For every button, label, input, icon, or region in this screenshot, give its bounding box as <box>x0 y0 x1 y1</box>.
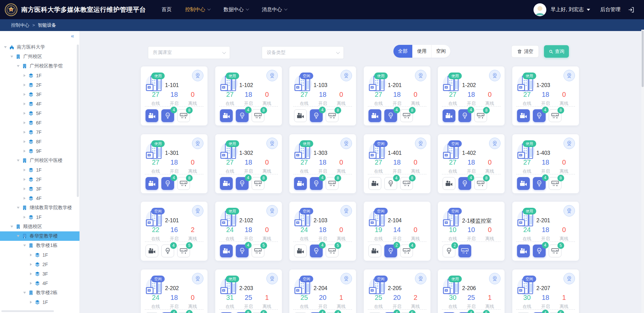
tree-item-21[interactable]: 教学楼1栋 <box>0 241 79 250</box>
webcam-indicator-icon[interactable] <box>266 138 278 149</box>
tree-caret-right-icon[interactable] <box>24 121 26 124</box>
tree-caret-right-icon[interactable] <box>24 103 26 105</box>
room-card-2-103[interactable]: 空闲2-10324在线18开启0离线45 <box>289 202 356 261</box>
bulb-device-button[interactable]: 4 <box>236 109 249 122</box>
tree-item-9[interactable]: 7F <box>0 127 79 137</box>
room-card-2-207[interactable]: 空闲2-20730在线18开启1离线45 <box>512 269 579 313</box>
tree-caret-right-icon[interactable] <box>30 273 32 275</box>
room-card-1-302[interactable]: 使用1-30227在线18开启0离线48 <box>215 134 282 193</box>
ac-device-button[interactable]: 8 <box>177 177 190 190</box>
nav-item-3[interactable]: 消息中心 <box>255 0 294 19</box>
room-card-2-204[interactable]: 空闲2-20425在线20开启1离线44 <box>289 269 356 313</box>
camera-device-button[interactable] <box>517 245 530 257</box>
bulb-device-button[interactable]: 4 <box>310 177 323 190</box>
camera-device-button[interactable] <box>443 109 455 122</box>
webcam-indicator-icon[interactable] <box>341 138 352 149</box>
room-card-1-402[interactable]: 空闲1-40227在线18开启0离线48 <box>438 134 505 193</box>
breadcrumb-item-control-center[interactable]: 控制中心 <box>11 22 29 28</box>
webcam-indicator-icon[interactable] <box>564 70 575 81</box>
tree-item-20[interactable]: 春华堂教学楼 <box>0 231 79 241</box>
camera-device-button[interactable] <box>220 177 233 190</box>
ac-device-button[interactable]: 8 <box>252 177 264 190</box>
tree-caret-right-icon[interactable] <box>24 131 26 134</box>
room-card-2-101[interactable]: 空闲2-10122在线16开启2离线45 <box>141 202 207 261</box>
room-card-1-301[interactable]: 使用1-30127在线18开启0离线48 <box>141 134 207 193</box>
webcam-indicator-icon[interactable] <box>415 70 426 81</box>
bulb-device-button[interactable]: 4 <box>384 109 397 122</box>
tree-item-25[interactable]: 4F <box>0 279 79 288</box>
room-card-1-202[interactable]: 使用1-20227在线18开启0离线48 <box>438 66 505 125</box>
clear-button[interactable]: 清空 <box>511 45 539 58</box>
tree-caret-down-icon[interactable] <box>17 235 20 237</box>
tree-caret-down-icon[interactable] <box>10 226 13 228</box>
tree-item-3[interactable]: 1F <box>0 71 79 80</box>
ac-device-button[interactable]: 5 <box>177 245 190 257</box>
bulb-device-button[interactable]: 2 <box>443 245 455 257</box>
tree-caret-down-icon[interactable] <box>17 207 20 209</box>
tree-item-15[interactable]: 3F <box>0 184 79 194</box>
camera-device-button[interactable] <box>146 177 158 190</box>
bulb-device-button[interactable]: 4 <box>533 109 546 122</box>
bulb-device-button[interactable]: 4 <box>310 109 323 122</box>
tree-caret-right-icon[interactable] <box>30 254 32 256</box>
tree-item-23[interactable]: 2F <box>0 260 79 269</box>
room-card-2-206[interactable]: 使用2-20630在线25开启1离线45 <box>438 269 505 313</box>
room-card-2-203[interactable]: 使用2-20331在线25开启1离线85 <box>215 269 282 313</box>
sidebar-collapse-button[interactable]: « <box>71 33 74 39</box>
room-select[interactable]: 所属课室 <box>148 46 230 59</box>
room-card-1-401[interactable]: 空闲1-40127在线18开启0离线48 <box>364 134 430 193</box>
webcam-indicator-icon[interactable] <box>266 70 278 81</box>
search-button[interactable]: 查询 <box>544 45 569 58</box>
bulb-device-button[interactable]: 4 <box>161 177 174 190</box>
bulb-device-button[interactable]: 4 <box>384 177 397 190</box>
tree-item-8[interactable]: 6F <box>0 118 79 127</box>
tree-caret-right-icon[interactable] <box>24 93 26 96</box>
bulb-device-button[interactable]: 4 <box>236 177 249 190</box>
tree-caret-down-icon[interactable] <box>10 56 13 58</box>
toggle-option-2[interactable]: 空闲 <box>431 45 450 58</box>
ac-device-button[interactable]: 8 <box>400 177 413 190</box>
sidebar-vertical-scrollbar[interactable] <box>77 45 79 197</box>
room-card-1-102[interactable]: 使用1-10227在线18开启0离线48 <box>215 66 282 125</box>
webcam-indicator-icon[interactable] <box>192 70 203 81</box>
tree-caret-right-icon[interactable] <box>24 84 26 86</box>
sidebar-horizontal-scrollbar[interactable] <box>1 310 54 312</box>
webcam-indicator-icon[interactable] <box>564 273 575 284</box>
tree-caret-right-icon[interactable] <box>24 150 26 152</box>
tree-caret-right-icon[interactable] <box>30 263 32 266</box>
tree-caret-down-icon[interactable] <box>17 65 20 67</box>
ac-device-button[interactable]: 8 <box>252 109 264 122</box>
webcam-indicator-icon[interactable] <box>266 273 278 284</box>
tree-item-27[interactable]: 1F <box>0 297 79 307</box>
ac-device-button[interactable]: 8 <box>326 177 339 190</box>
webcam-indicator-icon[interactable] <box>192 205 203 217</box>
nav-item-2[interactable]: 数据中心 <box>217 0 255 19</box>
toggle-option-0[interactable]: 全部 <box>393 45 412 58</box>
camera-device-button[interactable] <box>294 109 307 122</box>
room-card-1-103[interactable]: 空闲1-10327在线18开启0离线48 <box>289 66 356 125</box>
webcam-indicator-icon[interactable] <box>564 138 575 149</box>
camera-device-button[interactable] <box>220 109 233 122</box>
room-card-1-203[interactable]: 使用1-20327在线18开启0离线48 <box>512 66 579 125</box>
tree-caret-right-icon[interactable] <box>24 74 26 77</box>
tree-item-6[interactable]: 4F <box>0 99 79 109</box>
bulb-device-button[interactable]: 4 <box>161 245 174 257</box>
room-card-1-303[interactable]: 使用1-30327在线18开启0离线48 <box>289 134 356 193</box>
webcam-indicator-icon[interactable] <box>489 273 501 284</box>
bulb-device-button[interactable]: 4 <box>161 109 174 122</box>
admin-link[interactable]: 后台管理 <box>600 6 620 13</box>
bulb-device-button[interactable]: 4 <box>458 109 471 122</box>
ac-device-button[interactable]: 5 <box>549 245 561 257</box>
ac-device-button[interactable]: 4 <box>400 245 413 257</box>
ac-device-button[interactable]: 5 <box>252 245 264 257</box>
camera-device-button[interactable] <box>368 177 381 190</box>
bulb-device-button[interactable]: 2 <box>384 245 397 257</box>
webcam-indicator-icon[interactable] <box>564 205 575 217</box>
room-card-2-102[interactable]: 使用2-10224在线18开启0离线45 <box>215 202 282 261</box>
room-card-2-205[interactable]: 空闲2-20525在线20开启2离线45 <box>364 269 430 313</box>
tree-item-12[interactable]: 广州校区中医楼 <box>0 156 79 165</box>
camera-device-button[interactable] <box>294 245 307 257</box>
tree-caret-down-icon[interactable] <box>23 245 26 247</box>
ac-device-button[interactable]: 8 <box>474 177 487 190</box>
tree-item-1[interactable]: 广州校区 <box>0 52 79 61</box>
